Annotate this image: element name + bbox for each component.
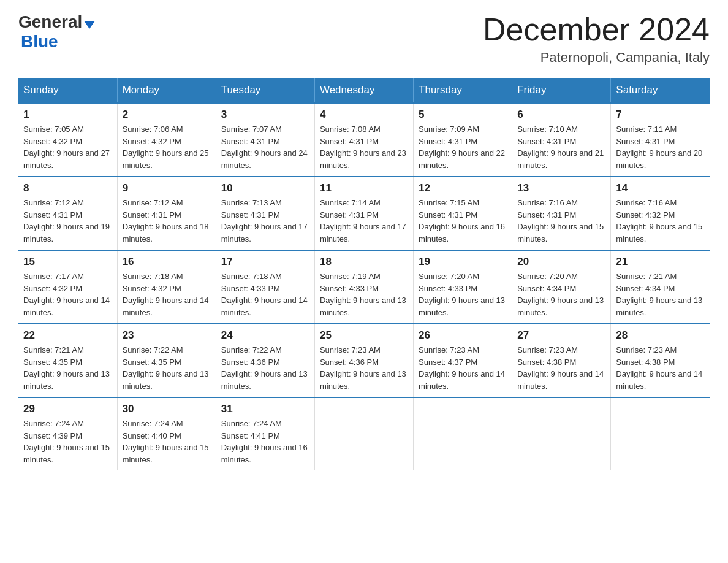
weekday-header-row: SundayMondayTuesdayWednesdayThursdayFrid… [18,78,710,103]
calendar-cell: 2 Sunrise: 7:06 AM Sunset: 4:32 PM Dayli… [117,103,216,177]
calendar-week-row: 29 Sunrise: 7:24 AM Sunset: 4:39 PM Dayl… [18,397,710,470]
day-info: Sunrise: 7:19 AM Sunset: 4:33 PM Dayligh… [320,270,408,318]
calendar-cell: 30 Sunrise: 7:24 AM Sunset: 4:40 PM Dayl… [117,397,216,470]
day-number: 23 [123,329,211,342]
weekday-header-wednesday: Wednesday [314,78,413,103]
day-number: 15 [23,256,112,268]
calendar-cell: 17 Sunrise: 7:18 AM Sunset: 4:33 PM Dayl… [216,250,314,324]
weekday-header-saturday: Saturday [611,78,710,103]
calendar-cell: 20 Sunrise: 7:20 AM Sunset: 4:34 PM Dayl… [512,250,611,324]
day-number: 28 [616,329,705,342]
day-number: 9 [123,182,211,194]
day-number: 20 [517,256,605,268]
day-number: 6 [517,109,605,121]
calendar-cell: 11 Sunrise: 7:14 AM Sunset: 4:31 PM Dayl… [314,177,413,250]
calendar-table: SundayMondayTuesdayWednesdayThursdayFrid… [18,78,710,470]
title-block: December 2024 Paternopoli, Campania, Ita… [483,12,710,66]
day-number: 14 [616,182,705,194]
day-number: 8 [23,182,112,194]
logo-general-text: General [18,12,82,32]
calendar-cell [611,397,710,470]
day-info: Sunrise: 7:14 AM Sunset: 4:31 PM Dayligh… [320,197,408,245]
day-number: 2 [123,109,211,121]
day-number: 3 [221,109,309,121]
day-info: Sunrise: 7:18 AM Sunset: 4:32 PM Dayligh… [123,270,211,318]
day-info: Sunrise: 7:20 AM Sunset: 4:33 PM Dayligh… [419,270,507,318]
month-title: December 2024 [483,12,710,47]
logo: General Blue [18,12,95,52]
day-number: 18 [320,256,408,268]
day-number: 5 [419,109,507,121]
day-info: Sunrise: 7:21 AM Sunset: 4:35 PM Dayligh… [23,344,112,392]
calendar-cell: 27 Sunrise: 7:23 AM Sunset: 4:38 PM Dayl… [512,324,611,397]
day-number: 11 [320,182,408,194]
day-info: Sunrise: 7:09 AM Sunset: 4:31 PM Dayligh… [419,123,507,171]
calendar-cell: 31 Sunrise: 7:24 AM Sunset: 4:41 PM Dayl… [216,397,314,470]
calendar-week-row: 1 Sunrise: 7:05 AM Sunset: 4:32 PM Dayli… [18,103,710,177]
calendar-cell [314,397,413,470]
calendar-cell: 25 Sunrise: 7:23 AM Sunset: 4:36 PM Dayl… [314,324,413,397]
weekday-header-sunday: Sunday [18,78,117,103]
day-number: 30 [123,403,211,415]
calendar-cell: 12 Sunrise: 7:15 AM Sunset: 4:31 PM Dayl… [414,177,512,250]
day-number: 10 [221,182,309,194]
calendar-cell: 3 Sunrise: 7:07 AM Sunset: 4:31 PM Dayli… [216,103,314,177]
calendar-cell: 14 Sunrise: 7:16 AM Sunset: 4:32 PM Dayl… [611,177,710,250]
calendar-cell: 8 Sunrise: 7:12 AM Sunset: 4:31 PM Dayli… [18,177,117,250]
calendar-week-row: 15 Sunrise: 7:17 AM Sunset: 4:32 PM Dayl… [18,250,710,324]
calendar-cell [512,397,611,470]
day-info: Sunrise: 7:21 AM Sunset: 4:34 PM Dayligh… [616,270,705,318]
calendar-cell: 21 Sunrise: 7:21 AM Sunset: 4:34 PM Dayl… [611,250,710,324]
day-number: 17 [221,256,309,268]
day-info: Sunrise: 7:23 AM Sunset: 4:38 PM Dayligh… [517,344,605,392]
day-info: Sunrise: 7:07 AM Sunset: 4:31 PM Dayligh… [221,123,309,171]
day-info: Sunrise: 7:23 AM Sunset: 4:37 PM Dayligh… [419,344,507,392]
day-number: 22 [23,329,112,342]
page-header: General Blue December 2024 Paternopoli, … [18,12,710,66]
day-info: Sunrise: 7:12 AM Sunset: 4:31 PM Dayligh… [123,197,211,245]
day-info: Sunrise: 7:18 AM Sunset: 4:33 PM Dayligh… [221,270,309,318]
calendar-week-row: 22 Sunrise: 7:21 AM Sunset: 4:35 PM Dayl… [18,324,710,397]
calendar-cell: 22 Sunrise: 7:21 AM Sunset: 4:35 PM Dayl… [18,324,117,397]
day-number: 19 [419,256,507,268]
weekday-header-thursday: Thursday [414,78,512,103]
day-number: 16 [123,256,211,268]
calendar-cell: 23 Sunrise: 7:22 AM Sunset: 4:35 PM Dayl… [117,324,216,397]
day-info: Sunrise: 7:05 AM Sunset: 4:32 PM Dayligh… [23,123,112,171]
day-info: Sunrise: 7:16 AM Sunset: 4:31 PM Dayligh… [517,197,605,245]
calendar-cell: 5 Sunrise: 7:09 AM Sunset: 4:31 PM Dayli… [414,103,512,177]
calendar-cell: 15 Sunrise: 7:17 AM Sunset: 4:32 PM Dayl… [18,250,117,324]
weekday-header-tuesday: Tuesday [216,78,314,103]
day-number: 26 [419,329,507,342]
calendar-cell: 6 Sunrise: 7:10 AM Sunset: 4:31 PM Dayli… [512,103,611,177]
day-info: Sunrise: 7:13 AM Sunset: 4:31 PM Dayligh… [221,197,309,245]
calendar-cell [414,397,512,470]
day-info: Sunrise: 7:22 AM Sunset: 4:35 PM Dayligh… [123,344,211,392]
calendar-cell: 29 Sunrise: 7:24 AM Sunset: 4:39 PM Dayl… [18,397,117,470]
calendar-cell: 4 Sunrise: 7:08 AM Sunset: 4:31 PM Dayli… [314,103,413,177]
day-info: Sunrise: 7:08 AM Sunset: 4:31 PM Dayligh… [320,123,408,171]
day-info: Sunrise: 7:23 AM Sunset: 4:38 PM Dayligh… [616,344,705,392]
day-info: Sunrise: 7:22 AM Sunset: 4:36 PM Dayligh… [221,344,309,392]
day-info: Sunrise: 7:16 AM Sunset: 4:32 PM Dayligh… [616,197,705,245]
calendar-cell: 24 Sunrise: 7:22 AM Sunset: 4:36 PM Dayl… [216,324,314,397]
day-info: Sunrise: 7:24 AM Sunset: 4:40 PM Dayligh… [123,418,211,465]
day-number: 1 [23,109,112,121]
day-number: 7 [616,109,705,121]
day-info: Sunrise: 7:20 AM Sunset: 4:34 PM Dayligh… [517,270,605,318]
weekday-header-friday: Friday [512,78,611,103]
day-info: Sunrise: 7:11 AM Sunset: 4:31 PM Dayligh… [616,123,705,171]
day-info: Sunrise: 7:06 AM Sunset: 4:32 PM Dayligh… [123,123,211,171]
calendar-body: 1 Sunrise: 7:05 AM Sunset: 4:32 PM Dayli… [18,103,710,470]
day-info: Sunrise: 7:17 AM Sunset: 4:32 PM Dayligh… [23,270,112,318]
day-info: Sunrise: 7:12 AM Sunset: 4:31 PM Dayligh… [23,197,112,245]
day-number: 4 [320,109,408,121]
weekday-header-monday: Monday [117,78,216,103]
calendar-week-row: 8 Sunrise: 7:12 AM Sunset: 4:31 PM Dayli… [18,177,710,250]
day-info: Sunrise: 7:10 AM Sunset: 4:31 PM Dayligh… [517,123,605,171]
day-number: 27 [517,329,605,342]
calendar-cell: 16 Sunrise: 7:18 AM Sunset: 4:32 PM Dayl… [117,250,216,324]
day-info: Sunrise: 7:24 AM Sunset: 4:41 PM Dayligh… [221,418,309,465]
location-text: Paternopoli, Campania, Italy [483,50,710,66]
day-info: Sunrise: 7:24 AM Sunset: 4:39 PM Dayligh… [23,418,112,465]
